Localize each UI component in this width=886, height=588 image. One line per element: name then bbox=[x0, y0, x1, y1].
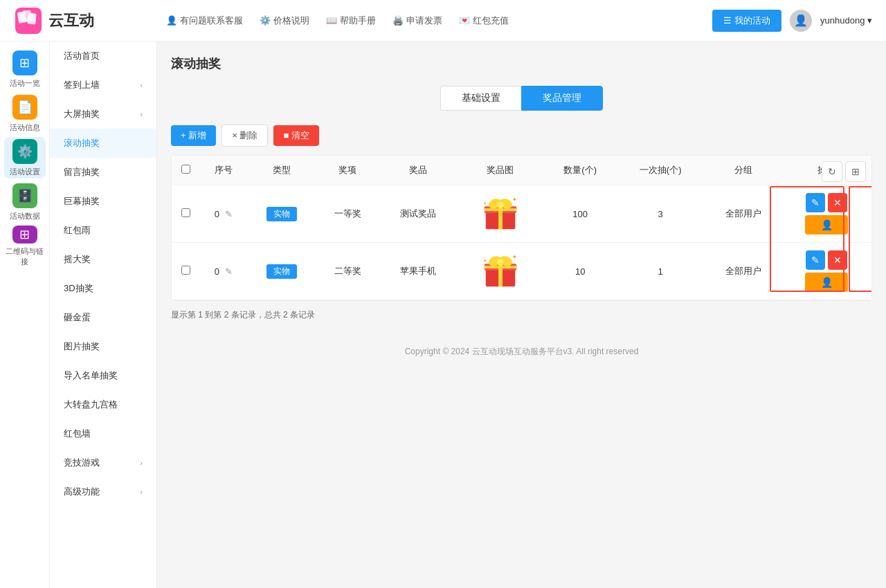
sidebar-item-signin-wall[interactable]: 签到上墙 › bbox=[50, 71, 156, 100]
add-button[interactable]: + 新增 bbox=[171, 125, 216, 146]
sidebar-item-smash-egg[interactable]: 砸金蛋 bbox=[50, 303, 156, 332]
nav-help[interactable]: 📖 帮助手册 bbox=[326, 15, 376, 27]
edit-seq-icon[interactable]: ✎ bbox=[225, 266, 233, 277]
nav-customer-service[interactable]: 👤 有问题联系客服 bbox=[166, 15, 243, 27]
row1-action-buttons: ✎ ✕ 👤 bbox=[788, 193, 866, 235]
invoice-icon: 🖨️ bbox=[392, 15, 404, 26]
row2-delete-button[interactable]: ✕ bbox=[828, 250, 847, 270]
page-title: 滚动抽奖 bbox=[171, 55, 872, 72]
sidebar-item-red-packet-wall[interactable]: 红包墙 bbox=[50, 419, 156, 448]
activity-list-icon: ⊞ bbox=[12, 50, 37, 75]
row1-actions: ✎ ✕ 👤 bbox=[782, 185, 871, 243]
row2-edit-button[interactable]: ✎ bbox=[806, 250, 825, 270]
col-prize-item: 奖品 bbox=[379, 156, 457, 185]
row2-type: 实物 bbox=[247, 243, 316, 300]
svg-point-10 bbox=[497, 202, 504, 209]
arrow-icon: › bbox=[140, 459, 143, 467]
col-quantity: 数量(个) bbox=[544, 156, 617, 185]
svg-point-19 bbox=[497, 259, 504, 266]
arrow-icon: › bbox=[140, 110, 143, 118]
edit-seq-icon[interactable]: ✎ bbox=[225, 209, 233, 219]
sidebar-item-homepage[interactable]: 活动首页 bbox=[50, 42, 156, 71]
svg-text:✦: ✦ bbox=[483, 201, 487, 205]
qr-link-icon: ⊞ bbox=[12, 226, 37, 244]
sidebar-item-red-packet-rain[interactable]: 红包雨 bbox=[50, 216, 156, 245]
row2-edit-delete-row: ✎ ✕ bbox=[806, 250, 847, 270]
row1-check[interactable] bbox=[181, 208, 190, 217]
sidebar-item-message-lottery[interactable]: 留言抽奖 bbox=[50, 158, 156, 187]
sidebar-item-esport[interactable]: 竞技游戏 › bbox=[50, 448, 156, 477]
col-group: 分组 bbox=[705, 156, 782, 185]
activity-info-icon: 📄 bbox=[12, 95, 37, 120]
col-checkbox bbox=[172, 156, 199, 185]
table-row: 0 ✎ 实物 二等奖 苹果手机 bbox=[172, 243, 871, 300]
row1-prize-image: ✦ ✦ bbox=[457, 185, 544, 243]
user-name[interactable]: yunhudong ▾ bbox=[820, 15, 872, 26]
row1-delete-button[interactable]: ✕ bbox=[828, 193, 847, 212]
main-layout: ⊞ 活动一览 📄 活动信息 ⚙️ 活动设置 🗄️ 活动数据 ⊞ 二维码与链接 活… bbox=[0, 42, 886, 588]
refresh-button[interactable]: ↻ bbox=[822, 161, 842, 182]
customer-service-icon: 👤 bbox=[166, 15, 177, 26]
table-top-right-controls: ↻ ⊞ bbox=[822, 161, 866, 182]
svg-text:✦: ✦ bbox=[512, 254, 517, 260]
row2-seq: 0 ✎ bbox=[199, 243, 247, 300]
sidebar-item-activity-data[interactable]: 🗄️ 活动数据 bbox=[4, 181, 46, 223]
sidebar-item-rolling-lottery[interactable]: 滚动抽奖 bbox=[50, 129, 156, 158]
logo-icon bbox=[14, 6, 43, 35]
row2-check[interactable] bbox=[181, 266, 190, 275]
col-seq: 序号 bbox=[199, 156, 247, 185]
sidebar-item-giant-screen-lottery[interactable]: 巨幕抽奖 bbox=[50, 187, 156, 216]
row1-edit-delete-row: ✎ ✕ bbox=[806, 193, 847, 212]
row2-quantity: 10 bbox=[544, 243, 617, 300]
sidebar-item-advanced[interactable]: 高级功能 › bbox=[50, 477, 156, 506]
tab-basic-settings[interactable]: 基础设置 bbox=[440, 86, 521, 111]
expand-button[interactable]: ⊞ bbox=[845, 161, 866, 182]
col-prize-image: 奖品图 bbox=[457, 156, 544, 185]
content-area: 滚动抽奖 基础设置 奖品管理 + 新增 × 删除 ■ 清空 ↻ ⊞ bbox=[157, 42, 886, 588]
my-activity-button[interactable]: ☰ 我的活动 bbox=[712, 10, 781, 32]
row1-quantity: 100 bbox=[544, 185, 617, 243]
svg-text:✦: ✦ bbox=[483, 259, 487, 263]
row1-seq: 0 ✎ bbox=[199, 185, 247, 243]
nav-recharge[interactable]: 💌 红包充值 bbox=[459, 15, 509, 27]
row1-group: 全部用户 bbox=[705, 185, 782, 243]
sidebar-item-photo-lottery[interactable]: 图片抽奖 bbox=[50, 332, 156, 361]
sidebar-item-big-screen-lottery[interactable]: 大屏抽奖 › bbox=[50, 100, 156, 129]
icon-sidebar: ⊞ 活动一览 📄 活动信息 ⚙️ 活动设置 🗄️ 活动数据 ⊞ 二维码与链接 bbox=[0, 42, 50, 588]
help-icon: 📖 bbox=[326, 15, 337, 26]
activity-settings-icon: ⚙️ bbox=[12, 139, 37, 164]
activity-icon: ☰ bbox=[723, 15, 732, 26]
svg-rect-7 bbox=[485, 208, 516, 211]
sidebar-item-list-lottery[interactable]: 导入名单抽奖 bbox=[50, 361, 156, 390]
sidebar-item-activity-info[interactable]: 📄 活动信息 bbox=[4, 93, 46, 134]
prize-table-wrapper: ↻ ⊞ 序号 类型 奖项 奖品 奖品图 数量(个) 一次抽(个) bbox=[171, 155, 872, 301]
row2-checkbox bbox=[172, 243, 199, 300]
sidebar-item-shake-jackpot[interactable]: 摇大奖 bbox=[50, 245, 156, 274]
row2-user-button[interactable]: 👤 bbox=[805, 273, 848, 292]
row2-prize-item: 苹果手机 bbox=[379, 243, 457, 300]
secondary-sidebar: 活动首页 签到上墙 › 大屏抽奖 › 滚动抽奖 留言抽奖 巨幕抽奖 红包雨 摇大… bbox=[50, 42, 157, 588]
nav-invoice[interactable]: 🖨️ 申请发票 bbox=[392, 15, 442, 27]
gift-svg-2: ✦ ✦ bbox=[480, 250, 521, 291]
sidebar-item-3d-lottery[interactable]: 3D抽奖 bbox=[50, 274, 156, 303]
action-bar: + 新增 × 删除 ■ 清空 bbox=[171, 125, 872, 147]
sidebar-item-turntable[interactable]: 大转盘九宫格 bbox=[50, 390, 156, 419]
delete-button[interactable]: × 删除 bbox=[222, 125, 268, 147]
row1-edit-button[interactable]: ✎ bbox=[806, 193, 825, 212]
sidebar-item-activity-list[interactable]: ⊞ 活动一览 bbox=[4, 48, 46, 90]
type-badge: 实物 bbox=[266, 264, 297, 279]
row1-user-button[interactable]: 👤 bbox=[805, 215, 848, 235]
sidebar-item-qr-link[interactable]: ⊞ 二维码与链接 bbox=[4, 226, 46, 267]
row2-action-buttons: ✎ ✕ 👤 bbox=[788, 250, 866, 292]
tab-prize-management[interactable]: 奖品管理 bbox=[521, 86, 603, 111]
arrow-icon: › bbox=[140, 488, 143, 496]
row1-prize-item: 测试奖品 bbox=[379, 185, 457, 243]
select-all-checkbox[interactable] bbox=[181, 165, 190, 174]
footer: Copyright © 2024 云互动现场互动服务平台v3. All righ… bbox=[171, 335, 872, 369]
nav-pricing[interactable]: ⚙️ 价格说明 bbox=[260, 15, 309, 27]
sidebar-item-activity-settings[interactable]: ⚙️ 活动设置 bbox=[4, 137, 46, 178]
tab-bar: 基础设置 奖品管理 bbox=[171, 86, 872, 111]
clear-button[interactable]: ■ 清空 bbox=[273, 125, 318, 146]
header-right: ☰ 我的活动 👤 yunhudong ▾ bbox=[712, 10, 872, 32]
row2-prize-level: 二等奖 bbox=[316, 243, 379, 300]
